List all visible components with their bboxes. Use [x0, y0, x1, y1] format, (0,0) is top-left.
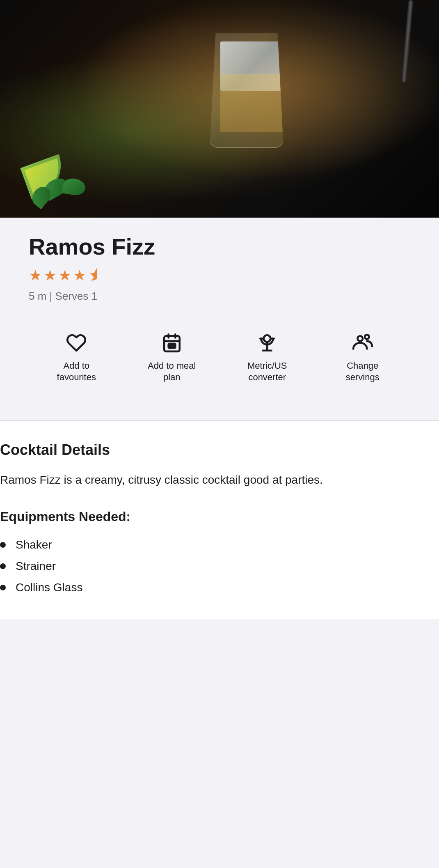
metric-converter-label: Metric/USconverter	[247, 360, 287, 383]
glass-decoration	[201, 16, 292, 148]
change-servings-label: Changeservings	[346, 360, 380, 383]
recipe-meta: 5 m | Serves 1	[29, 290, 410, 303]
list-item: Shaker	[0, 534, 439, 556]
equipment-list: Shaker Strainer Collins Glass	[0, 534, 439, 598]
svg-rect-4	[168, 344, 175, 348]
add-to-meal-plan-button[interactable]: Add to mealplan	[124, 331, 220, 383]
list-item: Collins Glass	[0, 577, 439, 598]
add-to-meal-plan-label: Add to mealplan	[148, 360, 196, 383]
star-half: ⯨	[88, 267, 103, 284]
equipment-title: Equipments Needed:	[0, 509, 439, 524]
hero-visual	[0, 0, 439, 218]
svg-point-5	[264, 335, 271, 342]
scale-icon	[256, 331, 279, 354]
heart-svg	[66, 333, 87, 353]
cocktail-description: Ramos Fizz is a creamy, citrusy classic …	[0, 471, 439, 489]
bullet-dot	[0, 585, 6, 590]
heart-icon	[65, 331, 88, 354]
servings-icon	[351, 331, 374, 354]
bullet-dot	[0, 542, 6, 548]
servings-svg	[352, 333, 373, 353]
details-section: Cocktail Details Ramos Fizz is a creamy,…	[0, 421, 439, 619]
equipment-item-strainer: Strainer	[16, 560, 56, 573]
svg-point-7	[365, 335, 369, 339]
add-to-favourites-label: Add tofavourites	[57, 360, 96, 383]
star-3: ★	[58, 267, 71, 284]
calendar-icon	[160, 331, 183, 354]
star-1: ★	[29, 267, 42, 284]
star-4: ★	[73, 267, 86, 284]
content-area: Ramos Fizz ★ ★ ★ ★ ⯨ 5 m | Serves 1 Add …	[0, 218, 439, 420]
equipment-item-glass: Collins Glass	[16, 581, 82, 594]
svg-point-6	[357, 336, 363, 341]
metric-converter-button[interactable]: Metric/USconverter	[220, 331, 315, 383]
equipment-item-shaker: Shaker	[16, 538, 52, 551]
add-to-favourites-button[interactable]: Add tofavourites	[29, 331, 124, 383]
hero-image	[0, 0, 439, 218]
list-item: Strainer	[0, 556, 439, 577]
scale-svg	[257, 333, 277, 353]
calendar-svg	[162, 333, 182, 353]
bullet-dot	[0, 563, 6, 569]
straw-decoration	[401, 0, 413, 82]
cocktail-details-title: Cocktail Details	[0, 441, 439, 459]
actions-bar: Add tofavourites Add to mealplan	[29, 319, 410, 400]
rating-row: ★ ★ ★ ★ ⯨	[29, 267, 410, 284]
recipe-title: Ramos Fizz	[29, 234, 410, 259]
change-servings-button[interactable]: Changeservings	[315, 331, 411, 383]
star-2: ★	[43, 267, 57, 284]
